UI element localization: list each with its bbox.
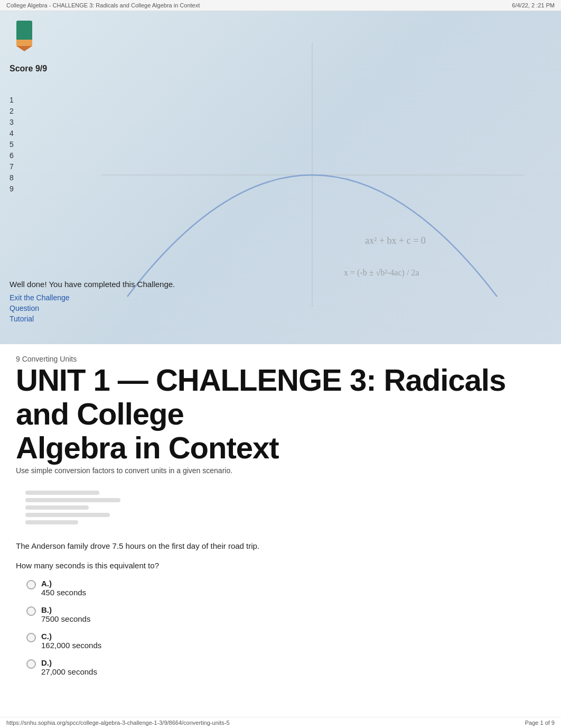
radio-c[interactable]	[26, 633, 36, 642]
graph-background: ax² + bx + c = 0 x = (-b ± √b²-4ac) / 2a	[0, 11, 561, 344]
choice-c-label: C.)	[41, 632, 101, 641]
choice-a-label: A.)	[41, 579, 86, 588]
title-section: 9 Converting Units UNIT 1 — CHALLENGE 3:…	[16, 355, 545, 475]
bullet-item	[25, 491, 99, 495]
bullet-list	[25, 491, 545, 524]
question-block: The Anderson family drove 7.5 hours on t…	[16, 540, 545, 676]
answer-choices: A.) 450 seconds B.) 7500 seconds C.)	[26, 579, 545, 676]
pencil-body	[16, 40, 32, 46]
title-line2: Algebra in Context	[16, 430, 279, 465]
choice-d-label: D.)	[41, 658, 97, 667]
page-content: ax² + bx + c = 0 x = (-b ± √b²-4ac) / 2a…	[0, 11, 561, 687]
svg-text:ax² + bx + c = 0: ax² + bx + c = 0	[365, 235, 426, 246]
choice-d[interactable]: D.) 27,000 seconds	[26, 658, 545, 676]
subtitle-text: Use simple conversion factors to convert…	[16, 466, 545, 475]
bullet-item	[25, 505, 89, 510]
score-display: Score 9/9	[10, 64, 47, 73]
pencil-icon-area	[10, 21, 39, 50]
pencil-top	[16, 21, 32, 40]
footer-url: https://snhu.sophia.org/spcc/college-alg…	[6, 720, 230, 726]
choice-c-value: 162,000 seconds	[41, 641, 101, 650]
pencil-tip	[16, 46, 32, 51]
browser-title: College Algebra - CHALLENGE 3: Radicals …	[6, 2, 200, 8]
qnum-8: 8	[10, 173, 14, 182]
qnum-2: 2	[10, 107, 14, 115]
score-text: Score 9/9	[10, 64, 47, 73]
question-prompt-1: The Anderson family drove 7.5 hours on t…	[16, 540, 545, 552]
choice-d-content: D.) 27,000 seconds	[41, 658, 97, 676]
title-line1: UNIT 1 — CHALLENGE 3: Radicals and Colle…	[16, 363, 506, 431]
qnum-5: 5	[10, 140, 14, 149]
qnum-4: 4	[10, 129, 14, 137]
choice-a[interactable]: A.) 450 seconds	[26, 579, 545, 597]
parabola-graph: ax² + bx + c = 0 x = (-b ± √b²-4ac) / 2a	[85, 43, 540, 307]
bullet-item	[25, 513, 110, 517]
exit-challenge-link[interactable]: Exit the Challenge	[10, 293, 70, 302]
question-prompt-2: How many seconds is this equivalent to?	[16, 560, 545, 572]
qnum-1: 1	[10, 96, 14, 104]
question-link[interactable]: Question	[10, 304, 70, 312]
svg-text:x = (-b ± √b²-4ac) / 2a: x = (-b ± √b²-4ac) / 2a	[344, 268, 419, 278]
choice-b-value: 7500 seconds	[41, 614, 90, 623]
choice-b-label: B.)	[41, 605, 90, 614]
big-title: UNIT 1 — CHALLENGE 3: Radicals and Colle…	[16, 363, 545, 464]
radio-d[interactable]	[26, 659, 36, 669]
qnum-9: 9	[10, 185, 14, 193]
qnum-7: 7	[10, 162, 14, 171]
choice-c-content: C.) 162,000 seconds	[41, 632, 101, 650]
qnum-6: 6	[10, 151, 14, 160]
choice-a-content: A.) 450 seconds	[41, 579, 86, 597]
tutorial-link[interactable]: Tutorial	[10, 315, 70, 323]
browser-timestamp: 6/4/22, 2 :21 PM	[512, 2, 555, 8]
question-numbers: 1 2 3 4 5 6 7 8 9	[10, 96, 14, 193]
radio-a[interactable]	[26, 580, 36, 589]
bullet-item	[25, 498, 120, 502]
main-content: 9 Converting Units UNIT 1 — CHALLENGE 3:…	[0, 344, 561, 687]
choice-d-value: 27,000 seconds	[41, 667, 97, 676]
choice-b-content: B.) 7500 seconds	[41, 605, 90, 623]
page-footer: https://snhu.sophia.org/spcc/college-alg…	[0, 717, 561, 728]
unit-label: 9 Converting Units	[16, 355, 545, 363]
qnum-3: 3	[10, 118, 14, 126]
top-panel: ax² + bx + c = 0 x = (-b ± √b²-4ac) / 2a…	[0, 11, 561, 344]
browser-bar: College Algebra - CHALLENGE 3: Radicals …	[0, 0, 561, 11]
choice-a-value: 450 seconds	[41, 588, 86, 597]
completion-message: Well done! You have completed this Chall…	[10, 280, 175, 289]
choice-b[interactable]: B.) 7500 seconds	[26, 605, 545, 623]
choice-c[interactable]: C.) 162,000 seconds	[26, 632, 545, 650]
radio-b[interactable]	[26, 606, 36, 616]
pencil-icon	[16, 21, 32, 50]
footer-page-info: Page 1 of 9	[525, 720, 555, 726]
challenge-links: Exit the Challenge Question Tutorial	[10, 293, 70, 323]
bullet-item	[25, 520, 78, 524]
